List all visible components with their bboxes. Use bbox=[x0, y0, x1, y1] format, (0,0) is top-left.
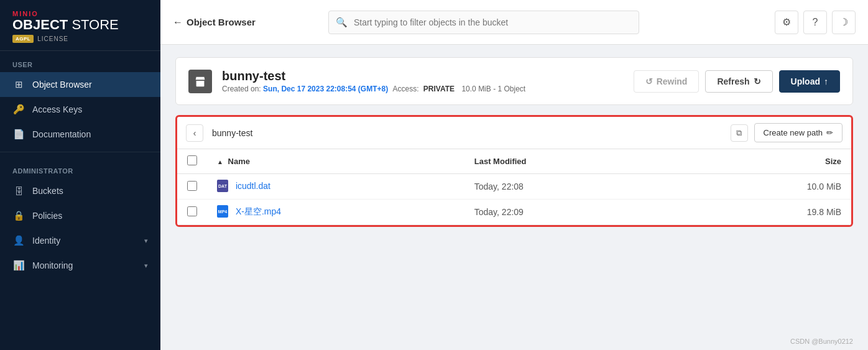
bucket-action-buttons: ↺ Rewind Refresh ↻ Upload ↑ bbox=[634, 70, 840, 93]
user-section-label: User bbox=[0, 51, 160, 72]
object-browser-icon: ⊞ bbox=[12, 78, 25, 91]
upload-icon: ↑ bbox=[824, 76, 828, 86]
logo-area: MINIO OBJECT STORE AGPL LICENSE bbox=[0, 0, 160, 51]
main-content: ← Object Browser 🔍 ⚙ ? ☽ bunny-test Crea bbox=[160, 0, 868, 350]
file-browser: ‹ bunny-test ⧉ Create new path ✏ ▲ bbox=[175, 115, 853, 227]
file-size-cell: 19.8 MiB bbox=[685, 200, 851, 225]
file-modified-cell: Today, 22:08 bbox=[464, 174, 685, 200]
monitoring-chevron-icon: ▾ bbox=[144, 262, 148, 270]
col-header-checkbox bbox=[177, 149, 207, 174]
bucket-info: bunny-test Created on: Sun, Dec 17 2023 … bbox=[222, 69, 624, 93]
bucket-name: bunny-test bbox=[222, 69, 624, 83]
sidebar-item-access-keys[interactable]: 🔑 Access Keys bbox=[0, 97, 160, 122]
sidebar-item-label-access-keys: Access Keys bbox=[32, 104, 82, 114]
logo-license-text: LICENSE bbox=[37, 35, 68, 42]
logo-license-bar: AGPL LICENSE bbox=[12, 35, 148, 43]
copy-path-button[interactable]: ⧉ bbox=[731, 124, 748, 142]
access-keys-icon: 🔑 bbox=[12, 103, 25, 116]
file-checkbox[interactable] bbox=[187, 181, 197, 191]
sidebar-item-label-monitoring: Monitoring bbox=[32, 260, 73, 270]
documentation-icon: 📄 bbox=[12, 128, 25, 140]
created-date: Sun, Dec 17 2023 22:08:54 (GMT+8) bbox=[263, 85, 388, 93]
sidebar-item-buckets[interactable]: 🗄 Buckets bbox=[0, 178, 160, 203]
content-area: bunny-test Created on: Sun, Dec 17 2023 … bbox=[160, 45, 868, 333]
file-table: ▲ Name Last Modified Size bbox=[177, 149, 851, 225]
file-name-cell: DAT icudtl.dat bbox=[207, 174, 464, 200]
refresh-button[interactable]: Refresh ↻ bbox=[705, 70, 772, 93]
theme-button[interactable]: ☽ bbox=[832, 11, 856, 34]
row-checkbox-cell bbox=[177, 200, 207, 225]
file-name-link[interactable]: icudtl.dat bbox=[236, 181, 270, 191]
sidebar-item-object-browser[interactable]: ⊞ Object Browser bbox=[0, 72, 160, 97]
settings-button[interactable]: ⚙ bbox=[775, 11, 798, 34]
monitoring-icon: 📊 bbox=[12, 259, 25, 272]
sidebar-item-identity[interactable]: 👤 Identity ▾ bbox=[0, 228, 160, 253]
sidebar-item-policies[interactable]: 🔒 Policies bbox=[0, 203, 160, 228]
created-label: Created on: bbox=[222, 85, 261, 93]
sidebar-item-documentation[interactable]: 📄 Documentation bbox=[0, 122, 160, 147]
sidebar-divider bbox=[0, 152, 160, 152]
topbar: ← Object Browser 🔍 ⚙ ? ☽ bbox=[160, 0, 868, 45]
create-path-label: Create new path bbox=[764, 128, 823, 137]
col-header-name: ▲ Name bbox=[207, 149, 464, 174]
sidebar: MINIO OBJECT STORE AGPL LICENSE User ⊞ O… bbox=[0, 0, 160, 350]
file-name-cell: MP4 X-星空.mp4 bbox=[207, 200, 464, 225]
table-header-row: ▲ Name Last Modified Size bbox=[177, 149, 851, 174]
sidebar-item-label-object-browser: Object Browser bbox=[32, 80, 92, 90]
footer-note: CSDN @Bunny0212 bbox=[160, 333, 868, 350]
col-header-last-modified: Last Modified bbox=[464, 149, 685, 174]
sidebar-item-label-documentation: Documentation bbox=[32, 129, 91, 139]
topbar-title: Object Browser bbox=[187, 17, 256, 27]
access-value: PRIVATE bbox=[423, 85, 455, 93]
table-row: DAT icudtl.dat Today, 22:08 10.0 MiB bbox=[177, 174, 851, 200]
col-header-size: Size bbox=[685, 149, 851, 174]
bucket-meta: Created on: Sun, Dec 17 2023 22:08:54 (G… bbox=[222, 85, 624, 93]
identity-chevron-icon: ▾ bbox=[144, 237, 148, 245]
buckets-icon: 🗄 bbox=[12, 185, 25, 197]
create-new-path-button[interactable]: Create new path ✏ bbox=[754, 123, 843, 142]
table-row: MP4 X-星空.mp4 Today, 22:09 19.8 MiB bbox=[177, 200, 851, 225]
upload-button[interactable]: Upload ↑ bbox=[779, 70, 840, 93]
create-path-icon: ✏ bbox=[826, 128, 833, 137]
bucket-icon bbox=[188, 70, 212, 93]
row-checkbox-cell bbox=[177, 174, 207, 200]
sort-arrow-icon: ▲ bbox=[217, 159, 223, 165]
sidebar-item-label-policies: Policies bbox=[32, 211, 62, 221]
bucket-header: bunny-test Created on: Sun, Dec 17 2023 … bbox=[175, 57, 853, 105]
rewind-button[interactable]: ↺ Rewind bbox=[634, 70, 699, 93]
search-container: 🔍 bbox=[328, 11, 639, 34]
file-checkbox[interactable] bbox=[187, 206, 197, 216]
file-name-link[interactable]: X-星空.mp4 bbox=[236, 206, 281, 216]
rewind-icon: ↺ bbox=[645, 76, 653, 86]
file-type-icon: MP4 bbox=[217, 205, 228, 218]
back-button[interactable]: ← Object Browser bbox=[173, 17, 256, 28]
admin-section-label: Administrator bbox=[0, 157, 160, 178]
topbar-actions: ⚙ ? ☽ bbox=[775, 11, 856, 34]
breadcrumb-back-button[interactable]: ‹ bbox=[186, 124, 203, 142]
file-type-icon: DAT bbox=[217, 180, 228, 192]
logo-product: OBJECT STORE bbox=[12, 17, 148, 32]
sidebar-item-label-identity: Identity bbox=[32, 236, 60, 246]
back-arrow-icon: ← bbox=[173, 17, 183, 28]
policies-icon: 🔒 bbox=[12, 210, 25, 222]
search-icon: 🔍 bbox=[336, 17, 348, 28]
file-table-body: DAT icudtl.dat Today, 22:08 10.0 MiB MP4… bbox=[177, 174, 851, 225]
file-browser-toolbar: ‹ bunny-test ⧉ Create new path ✏ bbox=[177, 117, 851, 149]
refresh-icon: ↻ bbox=[754, 76, 761, 86]
select-all-checkbox[interactable] bbox=[187, 155, 197, 165]
search-input[interactable] bbox=[328, 11, 639, 34]
help-button[interactable]: ? bbox=[803, 11, 827, 34]
breadcrumb: bunny-test bbox=[210, 128, 724, 138]
access-label: Access: bbox=[393, 85, 419, 93]
identity-icon: 👤 bbox=[12, 234, 25, 247]
file-size-cell: 10.0 MiB bbox=[685, 174, 851, 200]
file-modified-cell: Today, 22:09 bbox=[464, 200, 685, 225]
sidebar-item-monitoring[interactable]: 📊 Monitoring ▾ bbox=[0, 253, 160, 278]
logo-badge: AGPL bbox=[12, 35, 34, 43]
sidebar-item-label-buckets: Buckets bbox=[32, 186, 63, 196]
bucket-stats: 10.0 MiB - 1 Object bbox=[461, 85, 525, 93]
